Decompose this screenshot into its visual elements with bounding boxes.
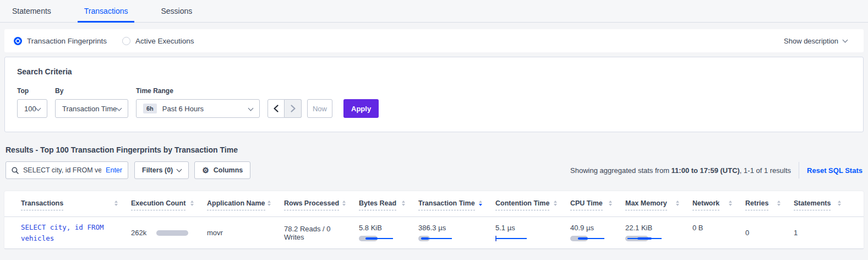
column-header-label: Statements bbox=[794, 199, 831, 210]
results-toolbar: SELECT city, id FROM vehicles W Enter Fi… bbox=[6, 161, 862, 179]
table-header-row: TransactionsExecution CountApplication N… bbox=[4, 191, 864, 217]
column-header-label: CPU Time bbox=[570, 199, 603, 210]
column-header-label: Execution Count bbox=[131, 199, 185, 210]
top-label: Top bbox=[17, 87, 47, 95]
column-header-label: Transactions bbox=[21, 199, 63, 210]
search-icon bbox=[12, 167, 19, 174]
column-header-rows_processed[interactable]: Rows Processed bbox=[280, 199, 354, 216]
by-select[interactable]: Transaction Time bbox=[55, 99, 128, 118]
column-header-max_memory[interactable]: Max Memory bbox=[621, 199, 688, 216]
chevron-down-icon bbox=[177, 167, 182, 172]
radio-label-transaction-fingerprints: Transaction Fingerprints bbox=[27, 37, 107, 45]
chevron-down-icon bbox=[36, 105, 41, 111]
by-select-value: Transaction Time bbox=[62, 105, 117, 113]
chevron-down-icon bbox=[117, 105, 122, 111]
cell-application_name: movr bbox=[203, 229, 280, 237]
top-select-value: 100 bbox=[24, 105, 36, 113]
column-header-contention_time[interactable]: Contention Time bbox=[491, 199, 566, 216]
radio-label-active-executions: Active Executions bbox=[135, 37, 194, 45]
show-description-label: Show description bbox=[784, 37, 838, 45]
cell-value: 5.1 µs bbox=[495, 224, 557, 232]
sort-icon[interactable] bbox=[342, 199, 346, 206]
transaction-fingerprint-link[interactable]: SELECT city, id FROM vehicles bbox=[21, 222, 114, 244]
cell-rows_processed: 78.2 Reads / 0 Writes bbox=[280, 225, 354, 241]
transactions-table: TransactionsExecution CountApplication N… bbox=[4, 191, 864, 249]
column-header-application_name[interactable]: Application Name bbox=[203, 199, 280, 216]
column-header-label: Bytes Read bbox=[359, 199, 396, 210]
sort-icon[interactable] bbox=[676, 199, 679, 206]
aggregated-stats-range: 11:00 to 17:59 (UTC) bbox=[672, 166, 740, 175]
sort-icon[interactable] bbox=[777, 199, 780, 206]
sort-icon[interactable] bbox=[729, 199, 732, 206]
column-header-label: Network bbox=[692, 199, 719, 210]
radio-active-executions[interactable] bbox=[122, 37, 130, 45]
column-header-network[interactable]: Network bbox=[688, 199, 741, 216]
cell-retries: 0 bbox=[741, 229, 789, 237]
vertical-divider bbox=[799, 162, 799, 178]
tab-statements[interactable]: Statements bbox=[6, 7, 58, 22]
next-time-button[interactable] bbox=[285, 99, 302, 118]
tab-sessions[interactable]: Sessions bbox=[154, 7, 199, 22]
column-header-statements[interactable]: Statements bbox=[789, 199, 850, 216]
sort-icon[interactable] bbox=[114, 199, 118, 206]
cell-value: 22.1 KiB bbox=[625, 224, 679, 232]
cell-statements: 1 bbox=[789, 229, 850, 237]
cell-value: 0 B bbox=[692, 224, 732, 232]
top-select[interactable]: 100 bbox=[17, 99, 47, 118]
radio-transaction-fingerprints[interactable] bbox=[14, 37, 22, 45]
gear-icon: ⚙ bbox=[202, 166, 209, 174]
columns-button-label: Columns bbox=[214, 166, 243, 174]
sort-icon[interactable] bbox=[268, 199, 271, 206]
column-header-label: Retries bbox=[745, 199, 768, 210]
chevron-right-icon bbox=[291, 105, 296, 112]
sort-icon[interactable] bbox=[609, 199, 612, 206]
sort-icon[interactable] bbox=[479, 199, 482, 206]
cell-network: 0 B bbox=[688, 224, 741, 242]
cell-cpu_time: 40.9 µs bbox=[566, 224, 621, 242]
view-toggle-bar: Transaction Fingerprints Active Executio… bbox=[4, 29, 864, 52]
distribution-bar bbox=[495, 236, 557, 241]
filters-button[interactable]: Filters (0) bbox=[134, 161, 189, 179]
apply-button[interactable]: Apply bbox=[343, 99, 379, 118]
column-header-label: Application Name bbox=[207, 199, 265, 210]
prev-time-button[interactable] bbox=[268, 99, 285, 118]
column-header-label: Max Memory bbox=[625, 199, 667, 210]
sort-icon[interactable] bbox=[838, 199, 841, 206]
page-tabs: Statements Transactions Sessions bbox=[0, 0, 868, 23]
search-criteria-title: Search Criteria bbox=[17, 67, 851, 76]
distribution-bar bbox=[692, 236, 732, 241]
column-header-transaction_time[interactable]: Transaction Time bbox=[414, 199, 491, 216]
filters-button-label: Filters (0) bbox=[142, 166, 173, 174]
column-header-retries[interactable]: Retries bbox=[741, 199, 789, 216]
enter-hint: Enter bbox=[106, 166, 122, 174]
cell-value: 40.9 µs bbox=[570, 224, 612, 232]
columns-button[interactable]: ⚙ Columns bbox=[194, 161, 250, 179]
search-criteria-panel: Search Criteria Top 100 By Transaction T… bbox=[4, 57, 864, 132]
results-title: Results - Top 100 Transaction Fingerprin… bbox=[6, 145, 862, 154]
reset-sql-stats-link[interactable]: Reset SQL Stats bbox=[807, 166, 862, 175]
sort-icon[interactable] bbox=[190, 199, 194, 206]
cell-value: 1 bbox=[794, 229, 798, 237]
show-description-dropdown[interactable]: Show description bbox=[784, 37, 847, 45]
by-label: By bbox=[55, 87, 128, 95]
sort-icon[interactable] bbox=[402, 199, 405, 206]
search-input-value: SELECT city, id FROM vehicles W bbox=[23, 166, 101, 174]
search-input[interactable]: SELECT city, id FROM vehicles W Enter bbox=[6, 161, 128, 179]
distribution-bar bbox=[570, 236, 612, 241]
time-pager bbox=[268, 99, 302, 118]
column-header-label: Contention Time bbox=[495, 199, 549, 210]
tab-transactions[interactable]: Transactions bbox=[78, 7, 135, 22]
column-header-cpu_time[interactable]: CPU Time bbox=[566, 199, 621, 216]
chevron-down-icon bbox=[248, 105, 254, 111]
chevron-left-icon bbox=[274, 105, 279, 112]
time-range-label: Time Range bbox=[136, 87, 260, 95]
column-header-execution_count[interactable]: Execution Count bbox=[127, 199, 203, 216]
table-row: SELECT city, id FROM vehicles262kmovr78.… bbox=[4, 217, 864, 249]
time-range-select[interactable]: 6h Past 6 Hours bbox=[136, 99, 260, 118]
count-bar bbox=[156, 230, 188, 236]
now-button[interactable]: Now bbox=[307, 99, 332, 118]
column-header-label: Rows Processed bbox=[284, 199, 339, 210]
sort-icon[interactable] bbox=[554, 199, 557, 206]
column-header-bytes_read[interactable]: Bytes Read bbox=[354, 199, 414, 216]
column-header-transactions[interactable]: Transactions bbox=[17, 199, 127, 216]
